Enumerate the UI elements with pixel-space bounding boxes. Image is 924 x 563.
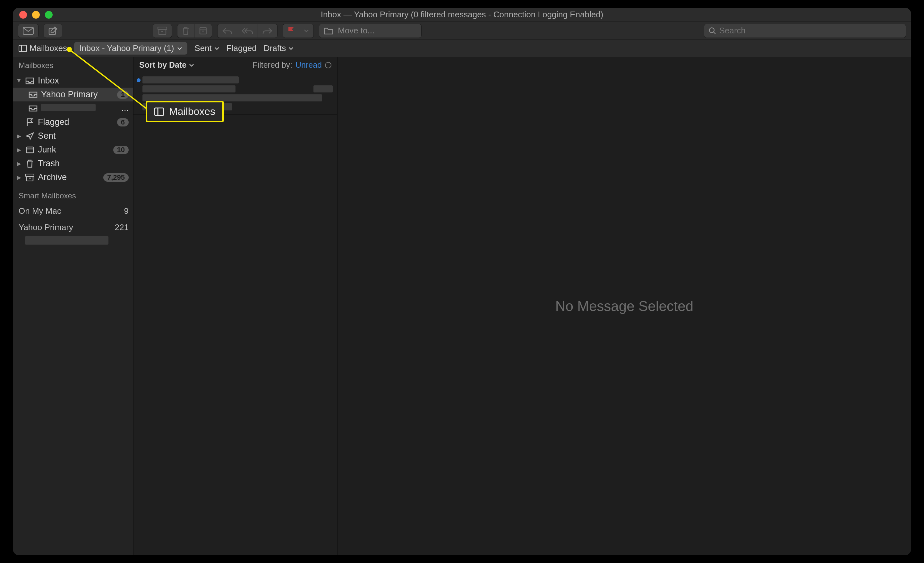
close-window-button[interactable] <box>19 11 27 19</box>
svg-point-5 <box>710 28 714 32</box>
forward-button[interactable] <box>258 24 278 38</box>
trash-icon <box>182 26 190 35</box>
archive-box-icon <box>25 174 34 182</box>
redacted-text <box>142 77 239 83</box>
count-badge: 9 <box>124 206 129 216</box>
svg-rect-3 <box>159 30 166 35</box>
window-title: Inbox — Yahoo Primary (0 filtered messag… <box>13 10 911 20</box>
message-list-header: Sort by Date Filtered by: Unread <box>134 57 337 73</box>
disclosure-triangle-icon[interactable]: ▶ <box>16 160 22 167</box>
sidebar-panel-icon <box>154 108 164 116</box>
moveto-field[interactable]: Move to... <box>319 24 422 38</box>
sidebar-item-inbox[interactable]: ▼ Inbox <box>13 74 133 88</box>
flag-button[interactable] <box>283 24 299 38</box>
flag-icon <box>25 118 34 126</box>
reply-all-button[interactable] <box>237 24 258 38</box>
search-field[interactable] <box>704 24 906 38</box>
search-icon <box>709 27 716 35</box>
annotation-callout: Mailboxes <box>146 101 224 122</box>
get-mail-button[interactable] <box>18 24 39 38</box>
search-input[interactable] <box>719 26 901 36</box>
redacted-text <box>142 95 322 101</box>
archive-icon <box>158 27 167 35</box>
chevron-down-icon <box>214 47 219 50</box>
forward-icon <box>262 27 273 35</box>
titlebar: Inbox — Yahoo Primary (0 filtered messag… <box>13 8 911 22</box>
chevron-down-icon <box>177 47 182 50</box>
sidebar-item-archive[interactable]: ▶ Archive 7,295 <box>13 170 133 184</box>
disclosure-triangle-icon[interactable]: ▶ <box>16 132 22 140</box>
disclosure-triangle-icon[interactable]: ▶ <box>16 146 22 153</box>
message-list-column: Sort by Date Filtered by: Unread <box>134 57 338 555</box>
folder-move-icon <box>324 27 333 35</box>
chevron-down-icon <box>304 29 309 32</box>
disclosure-triangle-icon[interactable]: ▶ <box>16 174 22 181</box>
fullscreen-window-button[interactable] <box>45 11 52 19</box>
sidebar-item-other-inbox-ellipsis: ... <box>121 104 129 113</box>
filter-indicator[interactable]: Filtered by: Unread <box>252 60 332 70</box>
sidebar-item-yahoo-primary[interactable]: Yahoo Primary 1 <box>13 88 133 101</box>
chevron-down-icon <box>288 47 294 50</box>
reply-all-icon <box>242 27 253 35</box>
reply-icon <box>222 27 232 35</box>
compose-icon <box>48 26 57 35</box>
inbox-tray-icon <box>28 105 38 112</box>
moveto-placeholder: Move to... <box>338 26 374 36</box>
sidebar: Mailboxes ▼ Inbox Yahoo Primary 1 <box>13 57 134 555</box>
favbar-flagged[interactable]: Flagged <box>226 44 256 53</box>
count-badge: 6 <box>117 118 129 126</box>
count-badge: 221 <box>115 222 129 233</box>
sidebar-panel-icon <box>19 45 27 52</box>
junk-icon <box>199 27 207 35</box>
delete-group <box>177 24 212 38</box>
no-message-selected-label: No Message Selected <box>555 298 693 314</box>
trash-icon <box>25 159 34 168</box>
sidebar-account-header[interactable]: Yahoo Primary 221 <box>13 221 133 234</box>
favbar-sent[interactable]: Sent <box>194 44 219 53</box>
favbar-current-label: Inbox - Yahoo Primary (1) <box>79 44 174 53</box>
sidebar-item-redacted-folder[interactable] <box>13 234 133 246</box>
svg-rect-9 <box>27 177 33 181</box>
compose-button[interactable] <box>44 24 62 38</box>
filter-toggle-icon[interactable] <box>325 62 332 68</box>
sidebar-header: Mailboxes <box>13 59 133 74</box>
sidebar-item-other-inbox[interactable]: ... <box>13 101 133 115</box>
junk-box-icon <box>25 146 34 153</box>
sidebar-item-trash[interactable]: ▶ Trash <box>13 157 133 170</box>
flag-group <box>283 24 314 38</box>
inbox-tray-icon <box>28 92 38 98</box>
reply-button[interactable] <box>217 24 237 38</box>
sidebar-header-smart: Smart Mailboxes <box>13 189 133 204</box>
archive-button[interactable] <box>153 24 172 38</box>
sort-button[interactable]: Sort by Date <box>139 60 194 70</box>
annotation-callout-label: Mailboxes <box>169 106 215 117</box>
favbar-current-mailbox-tab[interactable]: Inbox - Yahoo Primary (1) <box>74 42 188 54</box>
unread-dot-icon <box>136 78 141 82</box>
flag-icon <box>288 27 294 35</box>
redacted-text <box>41 104 96 111</box>
unread-count-badge: 1 <box>117 90 129 99</box>
sidebar-item-junk[interactable]: ▶ Junk 10 <box>13 143 133 157</box>
redacted-text <box>25 236 108 245</box>
disclosure-triangle-icon[interactable]: ▼ <box>16 77 22 84</box>
delete-button[interactable] <box>177 24 194 38</box>
sidebar-header-onmymac[interactable]: On My Mac 9 <box>13 204 133 218</box>
message-reader-pane: No Message Selected <box>338 57 911 555</box>
sidebar-item-sent[interactable]: ▶ Sent <box>13 129 133 143</box>
toolbar: Move to... <box>13 22 911 40</box>
favbar-mailboxes-label: Mailboxes <box>30 44 67 53</box>
main-area: Mailboxes ▼ Inbox Yahoo Primary 1 <box>13 57 911 555</box>
svg-rect-12 <box>154 108 164 116</box>
chevron-down-icon <box>189 63 194 67</box>
favbar-drafts[interactable]: Drafts <box>264 44 294 53</box>
sidebar-item-flagged[interactable]: Flagged 6 <box>13 115 133 129</box>
svg-rect-7 <box>26 147 33 153</box>
traffic-lights <box>13 11 52 19</box>
favbar-mailboxes-toggle[interactable]: Mailboxes <box>19 44 67 53</box>
minimize-window-button[interactable] <box>32 11 40 19</box>
junk-button[interactable] <box>194 24 212 38</box>
count-badge: 10 <box>113 146 129 154</box>
favorites-bar: Mailboxes Inbox - Yahoo Primary (1) Sent… <box>13 40 911 57</box>
redacted-text <box>142 86 236 92</box>
flag-menu-button[interactable] <box>299 24 314 38</box>
